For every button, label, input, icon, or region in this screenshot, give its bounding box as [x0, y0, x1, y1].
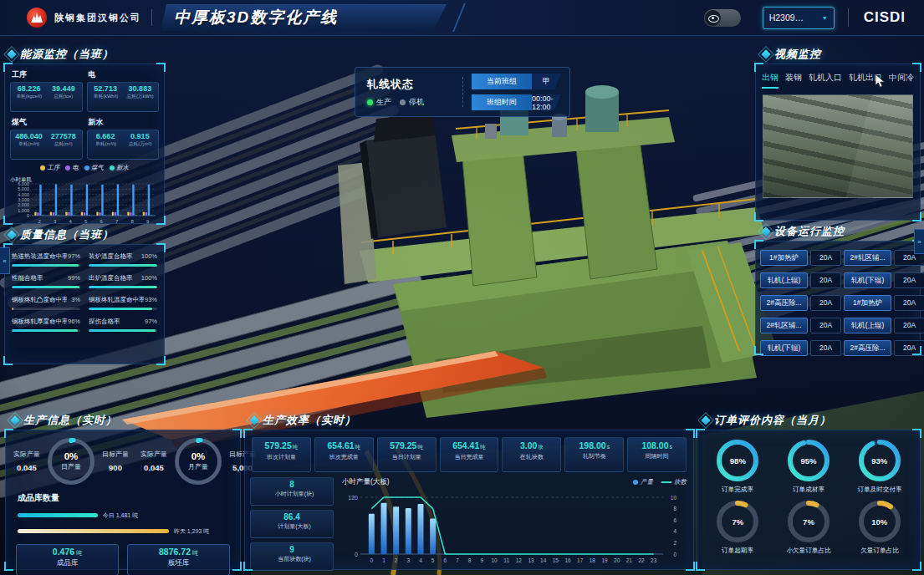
metric-card: 108.00s间隔时间: [627, 437, 687, 472]
shift-team-badge: 当前班组 甲: [472, 74, 561, 89]
video-tab-intercooling[interactable]: 中间冷: [889, 72, 914, 89]
equipment-panel: 1#加热炉 20A 2#轧区辅... 20A 轧机(上辊) 20A 轧机(下辊)…: [755, 241, 921, 354]
stock-title: 成品库数量: [18, 492, 240, 504]
svg-text:2: 2: [395, 557, 398, 563]
svg-text:14: 14: [540, 557, 547, 563]
svg-text:4: 4: [419, 557, 422, 563]
stock-bar-yesterday: 昨天 1,293 吨: [18, 527, 240, 536]
diamond-icon: [7, 230, 16, 239]
chart-title: 小时产量(大板): [342, 477, 390, 487]
equipment-name: 轧机(下辊): [844, 272, 891, 288]
cisdi-logo: CISDI: [864, 9, 906, 26]
legend-stopped-label: 停机: [409, 97, 424, 108]
svg-text:13: 13: [528, 557, 534, 563]
equipment-name: 轧机(下辊): [760, 340, 808, 356]
energy-card: 68.226单耗(kgce/t) 39.449总耗(tce): [10, 82, 83, 112]
svg-text:0: 0: [370, 557, 374, 563]
equipment-value: 20A: [810, 340, 841, 356]
header-divider: [151, 9, 152, 26]
equipment-value: 20A: [810, 295, 841, 311]
order-donut: 98%订单完成率: [702, 439, 773, 494]
side-card: 9当前块数(块): [250, 542, 334, 571]
svg-text:23: 23: [651, 557, 657, 563]
efficiency-panel: 579.25吨班次计划量 654.61吨班次完成量 579.25吨当日计划量 6…: [244, 430, 694, 570]
svg-text:1,000: 1,000: [18, 208, 29, 213]
metric-card: 579.25吨班次计划量: [252, 437, 311, 472]
video-tab-tapping[interactable]: 出钢: [762, 72, 779, 89]
svg-text:6: 6: [100, 219, 104, 224]
chevron-down-icon: ▼: [822, 15, 828, 21]
efficiency-side-cards: 8小时计划量(块) 86.4计划量(大板) 9当前块数(块): [250, 477, 334, 571]
right-panel-expander[interactable]: »: [914, 229, 924, 254]
energy-panel-title: 能源监控（当班）: [8, 47, 114, 62]
energy-chart-legend: 工序 电 煤气 新水: [5, 164, 164, 172]
page-title-plate: 中厚板3D数字化产线: [161, 4, 447, 31]
order-donut: 7%小欠量订单占比: [773, 500, 845, 555]
metric-card: 3.00块在轧块数: [502, 437, 561, 472]
page-title: 中厚板3D数字化产线: [174, 7, 338, 28]
production-panel-title: 生产信息（实时）: [12, 413, 117, 428]
quality-item: 出炉温度合格率100%: [89, 274, 157, 288]
svg-text:19: 19: [601, 557, 608, 563]
header: 陕钢集团汉钢公司 中厚板3D数字化产线 H2309… ▼ CISDI: [0, 0, 924, 36]
device-selector-value: H2309…: [769, 13, 804, 23]
left-panel-expander[interactable]: «: [0, 247, 10, 274]
daily-output-gauge: 实际产量0.045 0%日产量 目标产量900: [8, 437, 135, 486]
quality-item: 钢板终轧凸度命中率3%: [12, 296, 80, 310]
equipment-value: 20A: [810, 250, 841, 266]
svg-text:8: 8: [673, 506, 676, 511]
equipment-name: 2#轧区辅...: [760, 318, 808, 333]
svg-text:20: 20: [614, 557, 620, 563]
energy-card: 6.662单耗(m³/t) 0.915总耗(万m³): [87, 130, 160, 160]
visibility-toggle[interactable]: [704, 9, 741, 27]
svg-text:2,000: 2,000: [18, 202, 29, 207]
header-slant-decor: [452, 3, 466, 32]
line-status-divider: [462, 77, 463, 107]
svg-text:7: 7: [115, 219, 119, 224]
equipment-value: 20A: [810, 318, 841, 333]
video-panel: 出钢 装钢 轧机入口 轧机出口 中间冷 电加热: [755, 64, 921, 221]
diamond-icon: [249, 415, 258, 425]
quality-items: 热送热装温度命中率97% 装炉温度合格率100% 性能合格率99% 出炉温度合格…: [5, 245, 164, 332]
metric-card: 198.00s轧制节奏: [564, 437, 624, 472]
hourly-output-chart: 1200024681001234567891011121314151617181…: [340, 487, 685, 571]
svg-text:8: 8: [468, 557, 472, 563]
equipment-name: 2#高压除...: [844, 340, 891, 356]
finished-stock-box: 0.476吨 成品库: [16, 544, 119, 575]
svg-text:10: 10: [671, 495, 677, 501]
chart-legend: 产量 块数: [633, 478, 687, 486]
equipment-name: 2#高压除...: [760, 295, 808, 311]
video-tab-charging[interactable]: 装钢: [785, 72, 802, 89]
diamond-icon: [701, 415, 710, 425]
diamond-icon: [761, 226, 770, 236]
video-feed[interactable]: [763, 94, 913, 198]
video-panel-title: 视频监控: [763, 47, 821, 62]
energy-hourly-chart: 小时单耗01,0002,0003,0004,0005,0006,00023456…: [8, 174, 161, 227]
svg-text:5: 5: [431, 557, 435, 563]
company-name: 陕钢集团汉钢公司: [54, 12, 141, 24]
video-tab-mill-exit[interactable]: 轧机出口: [849, 72, 882, 89]
svg-text:6: 6: [444, 557, 447, 563]
shift-time-badge: 班组时间 00:00-12:00: [472, 94, 561, 110]
production-dot-icon: [367, 99, 373, 105]
device-selector-dropdown[interactable]: H2309… ▼: [763, 7, 835, 29]
svg-text:4,000: 4,000: [18, 192, 29, 197]
quality-item: 热送热装温度命中率97%: [12, 252, 80, 267]
equipment-name: 1#加热炉: [760, 250, 808, 266]
svg-text:4: 4: [673, 528, 676, 534]
order-donut: 10%欠量订单占比: [844, 500, 915, 555]
svg-text:12: 12: [516, 557, 523, 563]
svg-text:3: 3: [54, 219, 57, 224]
equipment-grid: 1#加热炉 20A 2#轧区辅... 20A 轧机(上辊) 20A 轧机(下辊)…: [756, 242, 920, 356]
svg-text:120: 120: [348, 495, 358, 501]
company-logo-icon: [27, 8, 47, 28]
svg-text:9: 9: [146, 219, 150, 224]
equipment-name: 2#轧区辅...: [844, 250, 891, 266]
video-tab-mill-entry[interactable]: 轧机入口: [809, 72, 842, 89]
svg-text:16: 16: [564, 557, 571, 563]
svg-text:15: 15: [553, 557, 559, 563]
side-card: 8小时计划量(块): [250, 477, 334, 506]
order-donut: 95%订单成材率: [773, 439, 845, 494]
orders-panel: 98%订单完成率 95%订单成材率 93%订单及时交付率 7%订单超期率 7%小…: [697, 430, 921, 570]
svg-text:6: 6: [673, 517, 676, 523]
